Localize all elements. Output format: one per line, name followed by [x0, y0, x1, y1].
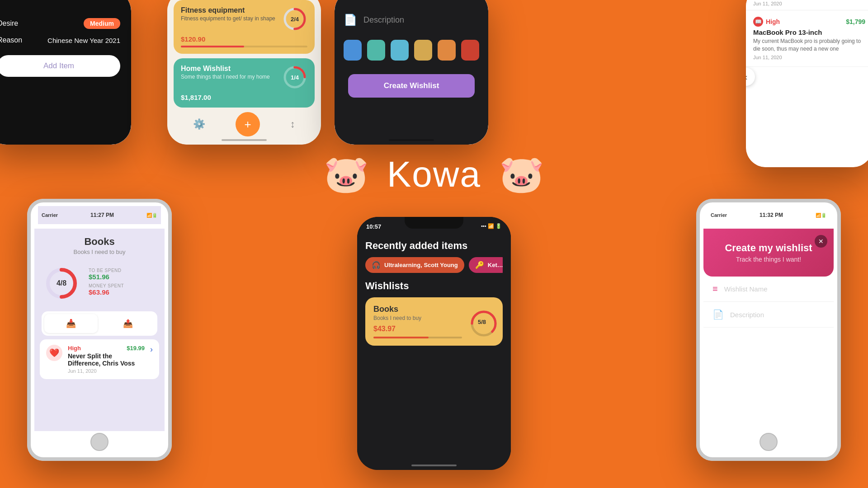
phone-bottom-right: Carrier 11:32 PM 📶🔋 ✕ Create my wishlist…	[696, 199, 841, 461]
item-desc: My current MacBook pro is probably going…	[753, 38, 865, 53]
home-button-right[interactable]	[760, 433, 778, 451]
fitness-card: Fitness equipment Fitness equipment to g…	[174, 0, 315, 54]
chip-keto[interactable]: 🔑 Ket…	[469, 257, 503, 273]
progress-bar	[373, 337, 429, 338]
swatch-teal[interactable]	[367, 40, 385, 61]
chip-label-2: Ket…	[488, 262, 503, 268]
recently-added-title: Recently added items	[365, 240, 503, 252]
headphone-icon: 🎧	[372, 261, 381, 269]
key-icon: 🔑	[475, 261, 484, 269]
wc-progress-label: 5/8	[478, 318, 486, 325]
wc-progress-circle: 5/8	[469, 309, 495, 334]
notification-date: Jun 11, 2020	[753, 1, 865, 6]
swatch-blue[interactable]	[344, 40, 362, 61]
create-subtitle: Track the things I want!	[712, 256, 825, 263]
wishlists-title: Wishlists	[365, 280, 503, 292]
reason-value: Chinese New Year 2021	[47, 37, 120, 44]
home-price: $1,817.00	[181, 94, 307, 101]
home-button[interactable]	[90, 433, 108, 451]
create-wishlist-button[interactable]: Create Wishlist	[348, 74, 475, 98]
carrier-label-right: Carrier	[711, 212, 727, 218]
books-header: Books Books I need to buy	[34, 229, 165, 259]
books-subtitle: Books I need to buy	[42, 249, 157, 255]
item-name: MacBook Pro 13-inch	[753, 28, 865, 36]
fitness-card-title: Fitness equipment	[181, 6, 275, 14]
status-icons-dark: ▪▪▪ 📶 🔋	[481, 223, 502, 230]
create-wishlist-screen: ✕ Create my wishlist Track the things I …	[703, 229, 834, 431]
home-card-title: Home Wishlist	[181, 65, 270, 73]
item-date: Jun 11, 2020	[753, 55, 865, 60]
macbook-item-card: 📖 High $1,799 MacBook Pro 13-inch My cur…	[746, 10, 868, 67]
wc-right: 5/8	[469, 309, 495, 334]
books-stats: 4/8 TO BE SPEND $51.96 MONEY SPENT $63.9…	[34, 259, 165, 308]
home-progress-circle: 1/4	[282, 65, 307, 90]
home-indicator	[222, 139, 267, 141]
status-icons-right: 📶🔋	[816, 213, 826, 218]
add-button[interactable]: +	[236, 112, 260, 136]
description-placeholder: Description	[363, 15, 404, 25]
description-icon: 📄	[344, 14, 357, 26]
phone-top-center: Fitness equipment Fitness equipment to g…	[167, 0, 321, 145]
phone-top-right-center: 📄 Description Create Wishlist	[335, 0, 488, 145]
chip-ultralearning[interactable]: 🎧 Ultralearning, Scott Young	[365, 257, 464, 273]
description-icon: 📄	[712, 309, 724, 320]
home-indicator	[389, 139, 434, 141]
home-wishlist-card: Home Wishlist Some things that I need fo…	[174, 58, 315, 108]
item-priority: High	[766, 18, 780, 25]
create-title: Create my wishlist	[712, 242, 825, 254]
books-screen: Books Books I need to buy 4/8 TO BE SPEN…	[34, 229, 165, 431]
close-button[interactable]: ✕	[815, 235, 827, 248]
swatch-orange[interactable]	[438, 40, 456, 61]
desire-label: Desire	[0, 19, 18, 28]
sort-icon[interactable]: ↕️	[290, 118, 295, 130]
pig-icon-left: 🐷	[324, 156, 369, 192]
phone-bottom-left: Carrier 11:27 PM 📶🔋 Books Books I need t…	[27, 199, 172, 461]
color-swatches	[344, 40, 479, 61]
recent-chips: 🎧 Ultralearning, Scott Young 🔑 Ket…	[365, 257, 503, 273]
book-name: Never Split the Difference, Chris Voss	[68, 352, 145, 367]
high-icon: 📖	[753, 17, 763, 27]
description-field: 📄 Description	[703, 302, 834, 328]
fitness-price: $120.90	[181, 35, 307, 43]
fitness-card-subtitle: Fitness equipment to get/ stay in shape	[181, 15, 275, 23]
phone-top-left: Desire Medium Reason Chinese New Year 20…	[0, 0, 131, 145]
back-arrow-button[interactable]: ‹	[746, 68, 755, 86]
desire-value: Medium	[84, 18, 120, 29]
book-list-item: ❤️ High $19.99 Never Split the Differenc…	[40, 339, 159, 379]
wc-price: $43.97	[373, 325, 462, 333]
book-priority: High	[68, 345, 81, 352]
to-be-spend-label: TO BE SPEND	[89, 268, 156, 273]
settings-icon[interactable]: ⚙️	[193, 118, 205, 130]
notification: Cause the best budget iPhone I can get J…	[746, 0, 868, 10]
description-placeholder[interactable]: Description	[730, 311, 764, 319]
archive-icon: 📤	[123, 319, 133, 328]
time-label-right: 11:32 PM	[760, 212, 783, 218]
phone-bottom-bar: ⚙️ + ↕️	[167, 112, 321, 136]
time-display: 10:57	[366, 223, 381, 230]
home-progress-label: 1/4	[291, 74, 299, 81]
money-spent-label: MONEY SPENT	[89, 283, 156, 288]
arrow-right-icon: ›	[150, 345, 153, 354]
book-item-content: High $19.99 Never Split the Difference, …	[68, 345, 145, 374]
create-wishlist-header: ✕ Create my wishlist Track the things I …	[703, 229, 834, 277]
wc-left: Books Books I need to buy $43.97	[373, 305, 462, 338]
wishlist-name-placeholder[interactable]: Wishlist Name	[724, 285, 768, 293]
list-icon: ≡	[712, 284, 718, 294]
fitness-progress-circle: 2/4	[282, 6, 307, 32]
swatch-light-blue[interactable]	[391, 40, 409, 61]
swatch-red[interactable]	[461, 40, 479, 61]
pig-icon-right: 🐷	[499, 156, 544, 192]
books-progress-label: 4/8	[57, 279, 66, 287]
to-be-spend-value: $51.96	[89, 273, 156, 281]
recently-added-section: Recently added items 🎧 Ultralearning, Sc…	[357, 233, 511, 277]
time-label: 11:27 PM	[90, 212, 114, 218]
phone-bottom-center: 10:57 ▪▪▪ 📶 🔋 Recently added items 🎧 Ult…	[357, 217, 511, 470]
wishlists-section: Wishlists Books Books I need to buy $43.…	[357, 277, 511, 349]
swatch-yellow[interactable]	[414, 40, 432, 61]
carrier-label: Carrier	[42, 212, 58, 218]
archive-tab[interactable]: 📤	[101, 314, 155, 333]
brand-center: 🐷 Kowa 🐷	[324, 154, 544, 195]
add-item-button[interactable]: Add Item	[0, 55, 120, 77]
inbox-tab[interactable]: 📥	[44, 314, 98, 333]
books-tabs: 📥 📤	[42, 311, 157, 336]
